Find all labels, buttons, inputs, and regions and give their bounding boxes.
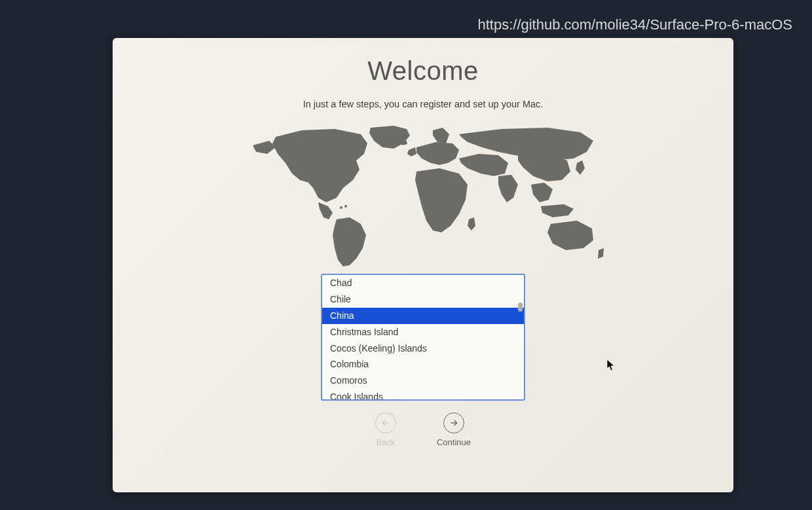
back-button: Back [375,412,396,447]
country-item[interactable]: Cocos (Keeling) Islands [322,340,524,357]
nav-row: Back Continue [375,412,471,447]
back-label: Back [377,437,396,447]
continue-button[interactable]: Continue [437,412,471,447]
page-subtitle: In just a few steps, you can register an… [303,99,544,109]
arrow-right-icon [443,412,464,433]
scrollbar-thumb[interactable] [518,302,523,312]
country-item[interactable]: Colombia [322,356,524,373]
country-item[interactable]: Cook Islands [322,389,524,401]
country-item[interactable]: Chile [322,291,524,308]
svg-point-0 [340,206,342,209]
country-item[interactable]: Chad [322,275,524,291]
country-item[interactable]: Christmas Island [322,324,524,340]
svg-point-1 [344,205,347,208]
country-item[interactable]: China [322,308,524,324]
page-title: Welcome [367,56,478,86]
source-url: https://github.com/molie34/Surface-Pro-6… [477,16,792,33]
world-map-image [240,122,606,270]
country-item[interactable]: Comoros [322,373,524,389]
setup-window: Welcome In just a few steps, you can reg… [113,38,733,492]
country-list[interactable]: ChadChileChinaChristmas IslandCocos (Kee… [321,274,525,401]
arrow-left-icon [375,412,396,433]
continue-label: Continue [437,437,471,447]
